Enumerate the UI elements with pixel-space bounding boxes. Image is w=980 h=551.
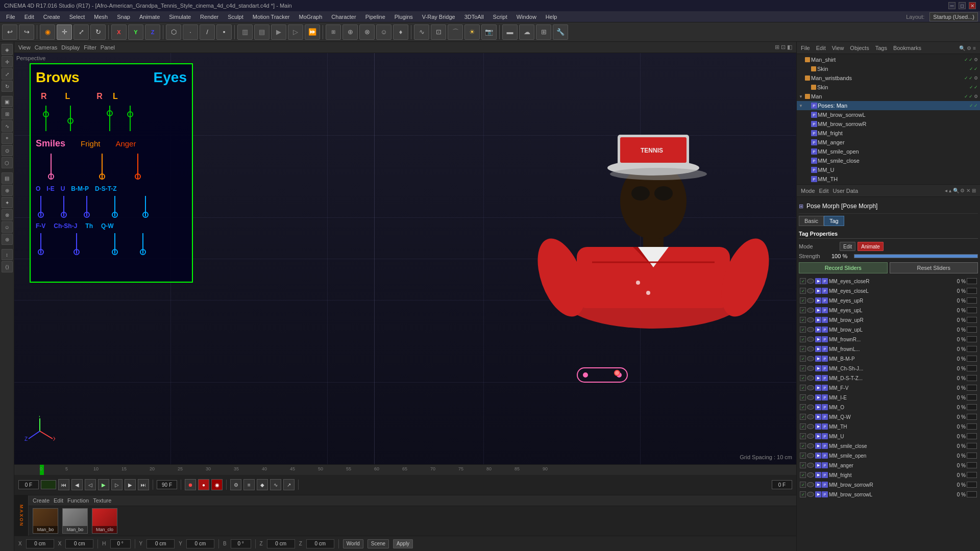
tree-item-brow-sorrowL[interactable]: P MM_brow_sorrowL: [797, 110, 980, 119]
mode-edit-button[interactable]: Edit: [840, 242, 855, 251]
viewport[interactable]: Perspective Br: [14, 53, 796, 464]
scene-icon-settings[interactable]: ⚙: [967, 45, 971, 51]
tool-z-axis[interactable]: Z: [145, 24, 160, 40]
menu-window[interactable]: Window: [512, 13, 541, 21]
morph-slider-14[interactable]: [967, 414, 977, 420]
minimize-button[interactable]: ─: [948, 2, 955, 9]
tool-obj-mode[interactable]: ⬡: [166, 24, 181, 40]
tree-item-smile-open[interactable]: P MM_smile_open: [797, 147, 980, 156]
morph-cb-0[interactable]: ✓: [800, 278, 806, 284]
morph-cb-1[interactable]: ✓: [800, 288, 806, 294]
menu-character[interactable]: Character: [327, 13, 360, 21]
morph-item-6[interactable]: ✓ ▶ P MM_frownR... 0 %: [799, 335, 978, 344]
menu-pipeline[interactable]: Pipeline: [361, 13, 389, 21]
left-tool-11[interactable]: ☺: [2, 221, 13, 233]
morph-item-4[interactable]: ✓ ▶ P MM_brow_upR 0 %: [799, 315, 978, 324]
play-button[interactable]: ▶: [98, 479, 109, 490]
coord-z-input[interactable]: [267, 539, 295, 548]
morph-cb-5[interactable]: ✓: [800, 327, 806, 333]
coord-sy-input[interactable]: [186, 539, 214, 548]
menu-snap[interactable]: Snap: [113, 13, 134, 21]
tool-point-mode[interactable]: ·: [183, 24, 198, 40]
morph-item-8[interactable]: ✓ ▶ P MM_B-M-P 0 %: [799, 354, 978, 363]
menu-render[interactable]: Render: [196, 13, 223, 21]
scene-tab-bookmarks[interactable]: Bookmarks: [893, 45, 921, 51]
reset-sliders-button[interactable]: Reset Sliders: [890, 262, 978, 273]
menu-plugins[interactable]: Plugins: [390, 13, 417, 21]
morph-item-1[interactable]: ✓ ▶ P MM_eyes_closeL 0 %: [799, 286, 978, 295]
coord-h-input[interactable]: [110, 539, 131, 548]
world-button[interactable]: World: [343, 539, 363, 548]
menu-simulate[interactable]: Simulate: [165, 13, 195, 21]
morph-slider-1[interactable]: [967, 288, 977, 294]
viewport-tab-panel[interactable]: Panel: [101, 44, 115, 51]
menu-mesh[interactable]: Mesh: [90, 13, 112, 21]
scene-tab-view[interactable]: View: [832, 45, 844, 51]
tool-character[interactable]: ☺: [376, 24, 391, 40]
morph-cb-12[interactable]: ✓: [800, 394, 806, 400]
apply-button[interactable]: Apply: [393, 539, 413, 548]
tool-undo[interactable]: ↩: [2, 24, 17, 40]
morph-slider-13[interactable]: [967, 404, 977, 410]
tool-anim-render[interactable]: ⏩: [305, 24, 320, 40]
morph-item-20[interactable]: ✓ ▶ P MM_fright 0 %: [799, 470, 978, 480]
viewport-tab-cameras[interactable]: Cameras: [35, 44, 58, 51]
coord-x-input[interactable]: [26, 539, 54, 548]
tool-camera[interactable]: 📷: [481, 24, 497, 40]
left-tool-3[interactable]: ∿: [2, 120, 13, 132]
morph-item-22[interactable]: ✓ ▶ P MM_brow_sorrowL 0 %: [799, 490, 978, 499]
menu-vray[interactable]: V-Ray Bridge: [418, 13, 459, 21]
tree-item-poses-man[interactable]: ▼ P Poses: Man ✓ ✓: [797, 101, 980, 110]
morph-cb-6[interactable]: ✓: [800, 336, 806, 342]
tool-spline[interactable]: ∿: [414, 24, 429, 40]
morph-cb-3[interactable]: ✓: [800, 307, 806, 313]
menu-edit[interactable]: Edit: [20, 13, 38, 21]
tag-tab-user-data[interactable]: User Data: [833, 188, 859, 194]
tree-item-mm-th[interactable]: P MM_TH: [797, 174, 980, 184]
morph-item-16[interactable]: ✓ ▶ P MM_U 0 %: [799, 432, 978, 441]
tree-item-brow-sorrowR[interactable]: P MM_brow_sorrowR: [797, 119, 980, 129]
menu-sculpt[interactable]: Sculpt: [224, 13, 248, 21]
morph-item-3[interactable]: ✓ ▶ P MM_eyes_upL 0 %: [799, 306, 978, 315]
morph-slider-21[interactable]: [967, 482, 977, 488]
left-tool-scale[interactable]: ⤢: [2, 68, 13, 80]
morph-slider-20[interactable]: [967, 472, 977, 478]
material-tab-edit[interactable]: Edit: [54, 497, 63, 504]
morph-slider-10[interactable]: [967, 375, 977, 381]
morph-cb-11[interactable]: ✓: [800, 385, 806, 391]
timeline-ruler[interactable]: 0 5 10 15 20 25 30 35 40 45 50 55 60 65 …: [14, 465, 796, 475]
tree-item-man-shirt[interactable]: Man_shirt ✓ ✓ ⚙: [797, 55, 980, 64]
morph-cb-21[interactable]: ✓: [800, 482, 806, 488]
tree-item-fright[interactable]: P MM_fright: [797, 129, 980, 138]
material-man-body[interactable]: Man_bo: [33, 508, 58, 534]
tool-render-active[interactable]: ▷: [288, 24, 303, 40]
morph-slider-4[interactable]: [967, 317, 977, 323]
tree-item-skin2[interactable]: Skin ✓ ✓: [797, 83, 980, 92]
morph-slider-16[interactable]: [967, 433, 977, 439]
morph-cb-8[interactable]: ✓: [800, 356, 806, 362]
morph-cb-7[interactable]: ✓: [800, 346, 806, 352]
left-tool-10[interactable]: ⊗: [2, 209, 13, 220]
material-tab-texture[interactable]: Texture: [93, 497, 111, 504]
tool-poly-mode[interactable]: ▪: [216, 24, 232, 40]
strength-bar[interactable]: [854, 254, 978, 258]
morph-slider-19[interactable]: [967, 462, 977, 468]
tool-floor[interactable]: ▬: [502, 24, 518, 40]
end-frame-input[interactable]: [772, 480, 792, 489]
viewport-tab-display[interactable]: Display: [61, 44, 80, 51]
tool-snap-settings[interactable]: 🔧: [553, 24, 568, 40]
morph-item-9[interactable]: ✓ ▶ P MM_Ch-Sh-J... 0 %: [799, 364, 978, 373]
morph-item-12[interactable]: ✓ ▶ P MM_I-E 0 %: [799, 393, 978, 402]
tree-item-mm-u[interactable]: P MM_U: [797, 165, 980, 174]
tree-item-anger[interactable]: P MM_anger: [797, 138, 980, 147]
tool-live-select[interactable]: ◉: [40, 24, 55, 40]
morph-cb-22[interactable]: ✓: [800, 491, 806, 497]
coord-y-input[interactable]: [146, 539, 175, 548]
key-sel-button[interactable]: ◉: [211, 479, 223, 490]
material-tab-function[interactable]: Function: [67, 497, 89, 504]
left-tool-rotate[interactable]: ↻: [2, 81, 13, 92]
tool-light[interactable]: ☀: [464, 24, 480, 40]
tree-item-smile-close[interactable]: P MM_smile_close: [797, 156, 980, 165]
play-back-button[interactable]: ◁: [85, 479, 96, 490]
tool-deform[interactable]: ⌒: [448, 24, 463, 40]
